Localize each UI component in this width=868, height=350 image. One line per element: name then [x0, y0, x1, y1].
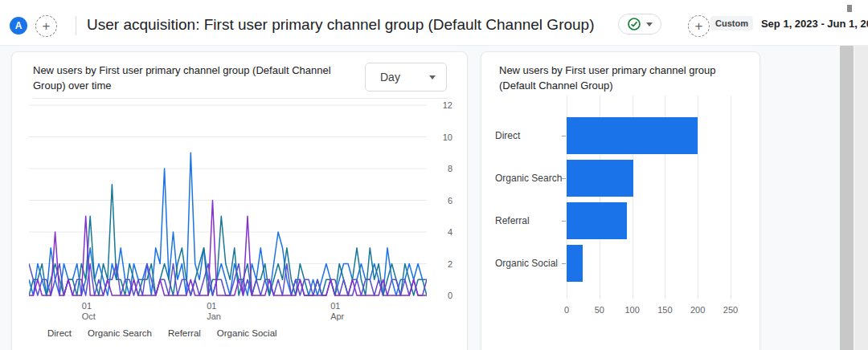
category-label-organic-search: Organic Search	[495, 172, 566, 185]
category-axis-tick	[562, 221, 566, 222]
insights-button[interactable]: +	[688, 15, 710, 37]
legend-item-referral: Referral	[168, 328, 201, 338]
y-axis-tick-label: 0	[427, 290, 452, 301]
card-header-divider	[33, 98, 448, 99]
bar-chart-card: New users by First user primary channel …	[481, 51, 760, 350]
header-divider	[76, 16, 76, 35]
page-right-margin	[854, 46, 868, 350]
bar-organic-social	[567, 245, 583, 282]
bar-organic-search	[567, 160, 633, 197]
legend-item-organic-search: Organic Search	[88, 328, 152, 338]
category-axis-tick	[562, 178, 566, 179]
ga4-report-page: A + User acquisition: First user primary…	[0, 0, 868, 350]
chevron-down-icon	[429, 75, 436, 79]
avatar[interactable]: A	[10, 17, 27, 35]
data-quality-pill[interactable]	[618, 14, 661, 35]
legend-item-organic-social: Organic Social	[217, 328, 277, 338]
x-axis-tick-label: 100	[616, 305, 649, 315]
chevron-down-icon	[646, 22, 653, 26]
category-label-organic-social: Organic Social	[495, 257, 566, 270]
category-label-direct: Direct	[495, 129, 566, 142]
y-axis-tick-label: 8	[427, 163, 452, 174]
line-chart-title: New users by First user primary channel …	[33, 63, 364, 93]
page-title: User acquisition: First user primary cha…	[87, 16, 595, 34]
y-axis-tick-label: 12	[427, 100, 452, 111]
date-range-type-badge: Custom	[710, 16, 753, 31]
category-axis-tick	[562, 136, 566, 136]
y-axis-tick-label: 4	[427, 226, 452, 238]
add-comparison-button[interactable]: +	[35, 15, 57, 37]
x-axis-tick-label: 01Oct	[82, 301, 96, 322]
content-scrollbar-thumb[interactable]	[840, 46, 854, 350]
y-axis-tick-label: 2	[427, 258, 452, 270]
chart-legend: Direct Organic Search Referral Organic S…	[47, 328, 277, 338]
x-axis-tick-label: 150	[649, 305, 681, 315]
report-header: A + User acquisition: First user primary…	[0, 0, 868, 46]
category-axis-tick	[562, 263, 566, 264]
bar-direct	[567, 117, 698, 154]
check-circle-icon	[627, 17, 641, 31]
bar-referral	[567, 202, 627, 239]
y-axis-tick-label: 10	[427, 132, 452, 143]
browser-scrollbar-thumb[interactable]	[847, 5, 852, 12]
date-range-selector[interactable]: Custom Sep 1, 2023 - Jun 1, 2024	[710, 16, 868, 31]
line-chart-card: New users by First user primary channel …	[11, 51, 468, 350]
line-chart-svg	[29, 102, 427, 299]
x-axis-tick-label: 200	[682, 305, 714, 315]
y-axis-tick-label: 6	[427, 195, 452, 206]
date-range-text: Sep 1, 2023 - Jun 1, 2024	[761, 18, 868, 30]
x-axis-tick-label: 50	[583, 305, 616, 315]
bar-chart-area: 050100150200250DirectOrganic SearchRefer…	[481, 52, 761, 350]
category-label-referral: Referral	[495, 214, 566, 227]
gridline	[698, 96, 698, 299]
granularity-value: Day	[380, 71, 400, 83]
x-axis-tick-label: 0	[551, 305, 583, 315]
legend-item-direct: Direct	[47, 328, 72, 338]
x-axis-tick-label: 250	[714, 305, 747, 315]
gridline	[731, 96, 731, 299]
granularity-select[interactable]: Day	[365, 63, 447, 92]
x-axis-tick-label: 01Jan	[207, 301, 221, 322]
x-axis-tick-label: 01Apr	[330, 301, 344, 322]
